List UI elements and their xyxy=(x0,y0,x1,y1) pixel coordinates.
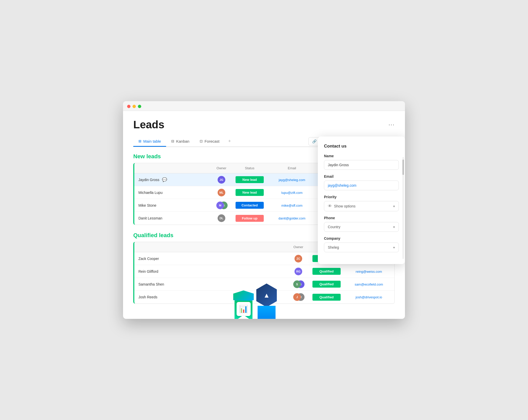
cell-email: sam@ecofield.com xyxy=(343,280,394,288)
excel-icon-bg: 📊 xyxy=(237,302,251,316)
chevron-down-icon: ▾ xyxy=(393,246,395,249)
company-value: Sheleg xyxy=(328,245,339,249)
chevron-down-icon: ▾ xyxy=(393,204,395,208)
cell-owner: J R xyxy=(287,291,310,303)
kanban-icon: ⊟ xyxy=(171,139,174,143)
contact-panel-title: Contact us xyxy=(324,144,399,149)
status-badge: Qualified xyxy=(312,268,341,275)
email-link[interactable]: reing@weiss.com xyxy=(356,270,382,274)
titlebar xyxy=(123,101,405,111)
priority-placeholder: Show options xyxy=(334,204,356,208)
company-select-left: Sheleg xyxy=(328,245,339,249)
email-label: Email xyxy=(324,174,399,178)
scrollbar[interactable] xyxy=(402,157,404,259)
tab-main-table[interactable]: ⊞ Main table xyxy=(133,136,166,147)
table-row[interactable]: Samantha Shen S S Qualified sam@ecofield… xyxy=(134,278,394,291)
cell-email: reing@weiss.com xyxy=(343,267,394,276)
add-tab-button[interactable]: + xyxy=(225,136,235,146)
scrollbar-thumb xyxy=(402,160,404,175)
cell-owner: ML xyxy=(210,187,233,198)
cell-status: Qualified xyxy=(310,266,343,277)
cell-status: Qualified xyxy=(310,279,343,290)
cell-owner: RG xyxy=(287,266,310,277)
cell-name: Josh Reeds xyxy=(134,293,287,301)
cell-owner: JG xyxy=(210,174,233,186)
email-input[interactable] xyxy=(324,181,399,190)
cell-name: Danit Lessman xyxy=(134,214,210,222)
priority-field-group: Priority 👁 Show options ▾ xyxy=(324,195,399,211)
cell-status: Contacted xyxy=(233,200,266,211)
cell-status: New lead xyxy=(233,174,266,185)
status-badge: Follow up xyxy=(236,215,264,222)
col-name xyxy=(134,165,210,171)
email-link[interactable]: lupu@zift.com xyxy=(281,191,303,195)
email-field-group: Email xyxy=(324,174,399,190)
email-link[interactable]: mike@sff.com xyxy=(281,204,302,207)
country-select-left: Country xyxy=(328,225,340,229)
app-window: Leads ··· ⊞ Main table ⊟ Kanban ⊡ Foreca… xyxy=(123,101,405,319)
row-label: Jaydin Gross xyxy=(138,178,159,182)
cell-name: Rein Glifford xyxy=(134,267,287,276)
minimize-dot[interactable] xyxy=(133,105,136,108)
status-badge: Contacted xyxy=(236,202,264,209)
close-dot[interactable] xyxy=(127,105,130,108)
main-table-icon: ⊞ xyxy=(138,139,141,143)
company-field-group: Company Sheleg ▾ xyxy=(324,236,399,252)
cell-name: Mike Stone xyxy=(134,201,210,209)
cell-email: danit@golder.com xyxy=(266,214,318,222)
cell-name: Jaydin Gross 💬 xyxy=(134,175,210,184)
status-badge: Qualified xyxy=(312,281,341,288)
priority-select[interactable]: 👁 Show options ▾ xyxy=(324,201,399,211)
status-badge: Qualified xyxy=(312,294,341,301)
col-q-name xyxy=(134,244,287,250)
tab-kanban[interactable]: ⊟ Kanban xyxy=(166,136,195,147)
col-email: Email xyxy=(266,165,318,171)
country-placeholder: Country xyxy=(328,225,340,229)
col-q-owner: Owner xyxy=(287,244,310,250)
cell-owner: S S xyxy=(287,278,310,290)
email-link[interactable]: danit@golder.com xyxy=(279,216,306,220)
cell-name: Michaella Lupu xyxy=(134,188,210,197)
chevron-down-icon: ▾ xyxy=(393,225,395,229)
cell-status: Follow up xyxy=(233,213,266,224)
priority-select-left: 👁 Show options xyxy=(328,204,356,208)
eye-icon: 👁 xyxy=(328,204,332,208)
more-options-button[interactable]: ··· xyxy=(389,121,395,128)
company-label: Company xyxy=(324,236,399,240)
name-input[interactable] xyxy=(324,160,399,170)
cell-name: Zack Cooper xyxy=(134,255,287,263)
email-link[interactable]: jayg@sheleg.com xyxy=(279,178,305,182)
status-badge: New lead xyxy=(236,176,264,183)
cell-email: josh@drivespot.io xyxy=(343,293,394,301)
col-owner: Owner xyxy=(210,165,233,171)
tab-kanban-label: Kanban xyxy=(176,139,189,143)
table-row[interactable]: Rein Glifford RG Qualified reing@weiss.c… xyxy=(134,265,394,278)
cell-email: lupu@zift.com xyxy=(266,188,318,197)
page-title: Leads xyxy=(133,119,164,131)
country-select[interactable]: Country ▾ xyxy=(324,222,399,232)
app-content: Leads ··· ⊞ Main table ⊟ Kanban ⊡ Foreca… xyxy=(123,111,405,316)
phone-label: Phone xyxy=(324,216,399,220)
forecast-icon: ⊡ xyxy=(200,139,203,143)
cell-owner: DL xyxy=(210,212,233,224)
chat-icon[interactable]: 💬 xyxy=(162,177,167,182)
col-status: Status xyxy=(233,165,266,171)
blue-envelope-body xyxy=(258,306,276,319)
name-label: Name xyxy=(324,154,399,158)
cell-status: Qualified xyxy=(310,292,343,303)
integrate-icon: 🔗 xyxy=(312,139,317,143)
cell-owner: M S xyxy=(210,200,233,211)
tab-main-table-label: Main table xyxy=(143,139,161,143)
cell-email: jayg@sheleg.com xyxy=(266,176,318,184)
tab-forecast[interactable]: ⊡ Forecast xyxy=(195,136,225,147)
email-link[interactable]: sam@ecofield.com xyxy=(355,282,383,286)
contact-panel: Contact us Name Email Priority 👁 Show op… xyxy=(318,136,405,264)
priority-label: Priority xyxy=(324,195,399,199)
cell-email: mike@sff.com xyxy=(266,201,318,209)
name-field-group: Name xyxy=(324,154,399,170)
tab-forecast-label: Forecast xyxy=(205,139,219,143)
email-link[interactable]: josh@drivespot.io xyxy=(356,295,382,299)
maximize-dot[interactable] xyxy=(138,105,141,108)
table-row[interactable]: Josh Reeds J R Qualified josh@drivespot.… xyxy=(134,291,394,303)
company-select[interactable]: Sheleg ▾ xyxy=(324,243,399,252)
